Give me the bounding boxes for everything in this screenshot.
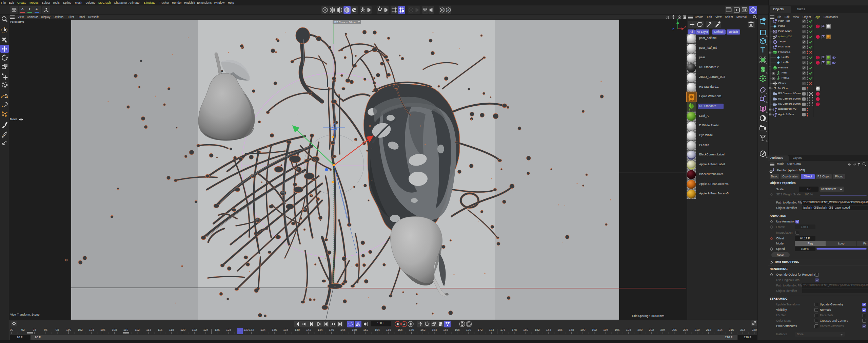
svg-text:126: 126 xyxy=(215,328,220,331)
svg-text:172: 172 xyxy=(477,328,482,331)
svg-text:142: 142 xyxy=(306,328,311,331)
svg-text:122: 122 xyxy=(192,328,197,331)
svg-text:132: 132 xyxy=(249,328,254,331)
svg-text:164: 164 xyxy=(432,328,437,331)
svg-text:170: 170 xyxy=(466,328,471,331)
svg-text:206: 206 xyxy=(672,328,677,331)
svg-text:178: 178 xyxy=(512,328,517,331)
svg-text:96: 96 xyxy=(44,328,47,331)
svg-text:148: 148 xyxy=(340,328,346,331)
svg-text:130: 130 xyxy=(243,328,249,331)
svg-text:90: 90 xyxy=(10,328,13,331)
svg-text:154: 154 xyxy=(375,328,380,331)
svg-text:212: 212 xyxy=(706,328,711,331)
svg-text:104: 104 xyxy=(89,328,94,331)
svg-text:108: 108 xyxy=(112,328,117,331)
svg-text:160: 160 xyxy=(409,328,414,331)
svg-text:138: 138 xyxy=(283,328,288,331)
svg-text:128: 128 xyxy=(226,328,231,331)
svg-text:102: 102 xyxy=(78,328,83,331)
svg-text:182: 182 xyxy=(535,328,540,331)
svg-text:180: 180 xyxy=(523,328,528,331)
svg-text:136: 136 xyxy=(272,328,277,331)
svg-text:210: 210 xyxy=(694,328,699,331)
svg-text:220: 220 xyxy=(752,328,757,331)
svg-text:214: 214 xyxy=(717,328,723,331)
svg-text:198: 198 xyxy=(626,328,631,331)
svg-text:120: 120 xyxy=(180,328,185,331)
svg-text:202: 202 xyxy=(649,328,654,331)
svg-text:184: 184 xyxy=(546,328,551,331)
svg-text:162: 162 xyxy=(420,328,426,331)
svg-text:156: 156 xyxy=(386,328,391,331)
svg-text:192: 192 xyxy=(592,328,597,331)
svg-text:112: 112 xyxy=(135,328,140,331)
svg-text:186: 186 xyxy=(557,328,563,331)
svg-text:114: 114 xyxy=(146,328,151,331)
svg-text:152: 152 xyxy=(363,328,368,331)
svg-text:92: 92 xyxy=(21,328,25,331)
svg-text:196: 196 xyxy=(615,328,620,331)
svg-text:146: 146 xyxy=(329,328,334,331)
svg-text:158: 158 xyxy=(397,328,402,331)
svg-text:174: 174 xyxy=(489,328,494,331)
svg-text:168: 168 xyxy=(455,328,460,331)
svg-text:208: 208 xyxy=(683,328,688,331)
svg-text:194: 194 xyxy=(603,328,608,331)
svg-text:118: 118 xyxy=(169,328,174,331)
svg-text:110: 110 xyxy=(123,328,128,331)
svg-text:204: 204 xyxy=(660,328,665,331)
svg-text:188: 188 xyxy=(569,328,574,331)
svg-text:124: 124 xyxy=(203,328,208,331)
svg-text:116: 116 xyxy=(158,328,162,331)
svg-text:166: 166 xyxy=(443,328,448,331)
svg-text:176: 176 xyxy=(500,328,506,331)
svg-text:190: 190 xyxy=(580,328,585,331)
svg-text:134: 134 xyxy=(260,328,265,331)
svg-text:94: 94 xyxy=(33,328,36,331)
svg-text:98: 98 xyxy=(56,328,59,331)
svg-text:106: 106 xyxy=(100,328,105,331)
svg-text:218: 218 xyxy=(740,328,745,331)
svg-text:216: 216 xyxy=(729,328,734,331)
svg-text:144: 144 xyxy=(317,328,322,331)
svg-text:140: 140 xyxy=(295,328,300,331)
